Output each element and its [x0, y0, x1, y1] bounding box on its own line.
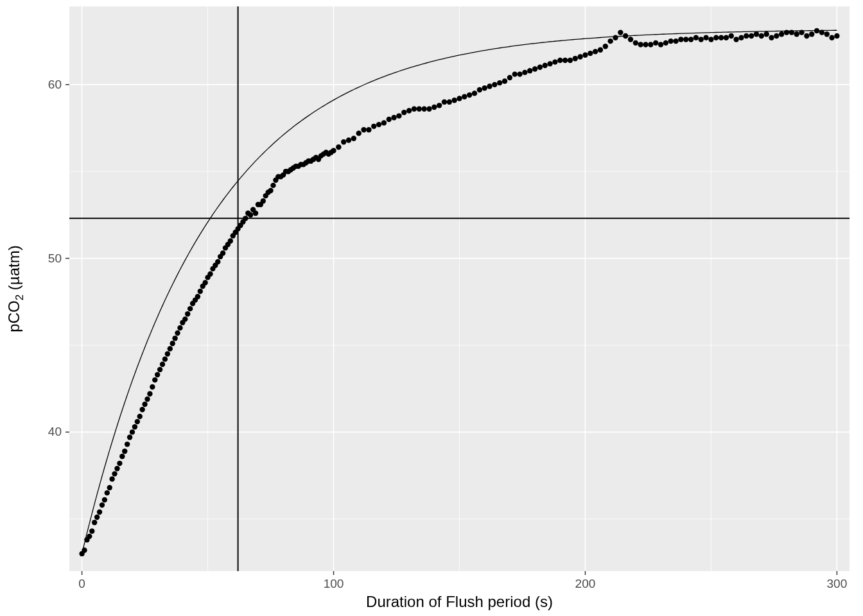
data-point: [371, 124, 376, 129]
y-tick-label: 50: [48, 252, 62, 265]
data-point: [387, 117, 392, 122]
data-point: [738, 35, 744, 40]
data-point: [187, 306, 193, 311]
data-point: [172, 336, 177, 341]
data-point: [562, 58, 568, 63]
data-point: [633, 40, 638, 46]
data-point: [421, 107, 426, 112]
x-axis-title: Duration of Flush period (s): [366, 593, 553, 610]
data-point: [693, 35, 699, 40]
data-point: [125, 441, 130, 447]
data-point: [426, 107, 432, 112]
data-point: [804, 33, 809, 38]
data-point: [653, 40, 658, 46]
data-point: [202, 280, 207, 285]
data-point: [719, 35, 724, 40]
data-point: [703, 35, 708, 40]
data-point: [270, 183, 275, 188]
data-point: [618, 30, 623, 35]
data-point: [482, 85, 487, 90]
data-point: [628, 37, 633, 42]
data-point: [168, 346, 173, 351]
data-point: [573, 56, 578, 61]
data-point: [147, 391, 152, 397]
y-tick-label: 40: [48, 425, 62, 438]
data-point: [749, 33, 754, 38]
data-point: [713, 35, 719, 40]
data-point: [97, 509, 102, 515]
data-point: [150, 384, 155, 389]
y-axis-title: pCO2 (µatm): [5, 245, 26, 332]
data-point: [492, 82, 497, 87]
data-point: [763, 31, 769, 37]
data-point: [109, 476, 114, 481]
data-point: [341, 139, 346, 144]
data-point: [834, 33, 839, 38]
x-tick-label: 300: [827, 577, 848, 590]
data-point: [814, 28, 819, 33]
data-point: [356, 130, 362, 135]
data-point: [607, 38, 613, 44]
data-point: [391, 115, 396, 120]
data-point: [228, 238, 233, 243]
data-point: [527, 68, 532, 73]
data-point: [162, 356, 168, 361]
data-point: [122, 449, 127, 454]
data-point: [457, 96, 462, 101]
data-point: [532, 66, 537, 71]
data-point: [175, 330, 180, 336]
chart-container: 0100200300405060Duration of Flush period…: [0, 0, 863, 616]
data-point: [432, 105, 437, 110]
data-point: [759, 33, 764, 38]
data-point: [155, 372, 160, 377]
data-point: [139, 407, 144, 412]
data-point: [185, 311, 190, 316]
data-point: [248, 212, 253, 218]
data-point: [144, 397, 150, 402]
data-point: [769, 35, 774, 40]
data-point: [683, 37, 688, 42]
data-point: [105, 490, 110, 495]
data-point: [658, 42, 663, 47]
data-point: [643, 42, 648, 47]
data-point: [724, 35, 729, 40]
data-point: [789, 30, 794, 35]
data-point: [220, 250, 225, 255]
data-point: [261, 198, 266, 203]
data-point: [215, 259, 220, 264]
data-point: [89, 529, 94, 534]
data-point: [799, 30, 804, 35]
data-point: [268, 188, 273, 193]
data-point: [336, 144, 341, 150]
data-point: [198, 289, 203, 294]
data-point: [119, 454, 125, 459]
data-point: [401, 110, 406, 115]
data-point: [577, 54, 582, 59]
data-point: [603, 44, 608, 49]
data-point: [366, 127, 371, 132]
data-point: [396, 113, 401, 118]
data-point: [598, 47, 603, 52]
y-tick-label: 60: [48, 78, 62, 91]
data-point: [613, 35, 618, 40]
data-point: [477, 87, 482, 92]
data-point: [135, 419, 140, 424]
data-point: [117, 461, 122, 466]
data-point: [94, 515, 100, 520]
data-point: [568, 58, 573, 63]
data-point: [351, 136, 356, 141]
data-point: [447, 99, 452, 105]
data-point: [207, 271, 213, 277]
data-point: [829, 35, 834, 40]
data-point: [638, 42, 643, 47]
data-point: [582, 53, 588, 58]
data-point: [623, 33, 628, 38]
data-point: [472, 90, 477, 96]
data-point: [87, 534, 92, 539]
data-point: [543, 63, 548, 68]
data-point: [754, 31, 759, 37]
data-point: [152, 377, 157, 382]
data-point: [547, 61, 552, 66]
data-point: [819, 30, 824, 35]
data-point: [784, 30, 789, 35]
